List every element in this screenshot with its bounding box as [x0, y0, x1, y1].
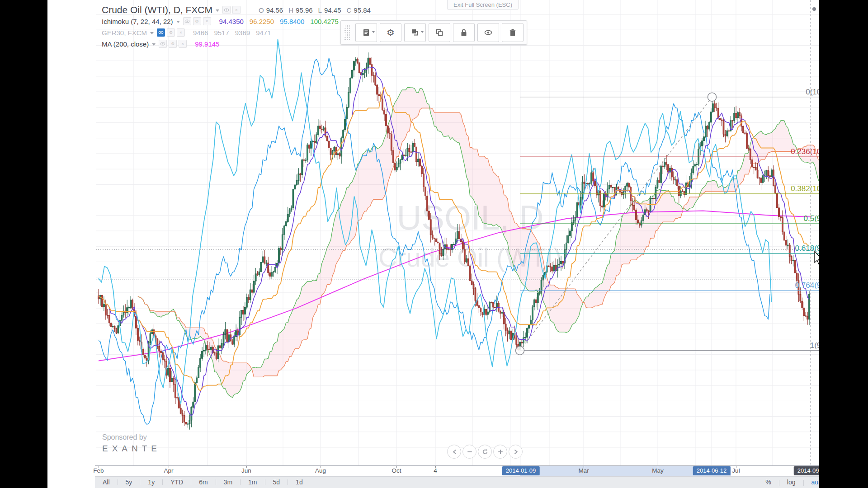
template-button[interactable]: [355, 23, 377, 42]
right-letterbox: [819, 0, 868, 488]
indicator-value: 9517: [214, 29, 229, 37]
eye-icon[interactable]: [159, 40, 167, 48]
symbol-title[interactable]: Crude Oil (WTI), D, FXCM: [102, 5, 212, 15]
ohlc-key: O: [259, 6, 264, 14]
indicator-value: 95.8400: [280, 18, 304, 25]
indicator-name[interactable]: MA (200, close): [102, 40, 149, 48]
ohlc-key: H: [288, 6, 293, 14]
close-icon[interactable]: ×: [177, 28, 185, 37]
scroll-right-button[interactable]: [509, 445, 523, 459]
drawing-toolbar: ⚙: [340, 20, 527, 45]
indicator-value: 9471: [256, 29, 271, 37]
time-tick-label: Jun: [241, 467, 251, 474]
range-button-1m[interactable]: 1m: [241, 477, 264, 488]
ohlc-value: 94.45: [324, 6, 341, 14]
indicator-legend-row: MA (200, close)⚙×99.9145: [102, 38, 371, 49]
time-tick-label: Mar: [578, 467, 589, 474]
time-tick-label: Jul: [732, 467, 740, 474]
hide-button[interactable]: [477, 23, 499, 42]
chevron-down-icon[interactable]: [150, 32, 154, 34]
lock-button[interactable]: [453, 23, 475, 42]
zoom-out-icon: [466, 448, 473, 455]
close-icon[interactable]: ×: [179, 40, 187, 48]
chevron-down-icon[interactable]: [176, 21, 180, 23]
chart-plot[interactable]: USOIL, DCrude Oil (WTI)0(107.66)0.236(10…: [47, 0, 868, 488]
indicator-value: 99.9145: [195, 40, 219, 48]
time-tick-label: Apr: [164, 467, 173, 474]
range-button-ytd[interactable]: YTD: [163, 477, 191, 488]
chevron-down-icon: [372, 31, 375, 33]
eye-icon[interactable]: [183, 17, 191, 25]
range-button-1y[interactable]: 1y: [140, 477, 162, 488]
indicator-value: 96.2250: [250, 18, 274, 25]
lock-icon: [459, 28, 468, 37]
reset-icon: [481, 448, 489, 455]
status-dot-icon: [812, 7, 816, 11]
scroll-left-button[interactable]: [447, 445, 461, 459]
ohlc-value: 95.84: [354, 6, 371, 14]
exit-fullscreen-tooltip: Exit Full Screen (ESC): [447, 0, 519, 10]
bring-forward-button[interactable]: [404, 23, 426, 42]
range-button-5y[interactable]: 5y: [118, 477, 140, 488]
scroll-right-icon: [512, 448, 519, 455]
indicator-value: 9466: [193, 29, 208, 37]
clone-button[interactable]: [429, 23, 450, 42]
range-button-6m[interactable]: 6m: [191, 477, 215, 488]
eye-icon[interactable]: [222, 6, 231, 14]
indicator-value: 100.4275: [310, 18, 339, 25]
range-button-3m[interactable]: 3m: [216, 477, 240, 488]
close-icon[interactable]: ×: [232, 6, 241, 14]
time-tick-label: 4: [434, 467, 437, 474]
bring-forward-icon: [410, 28, 420, 37]
eye-icon[interactable]: [157, 28, 165, 37]
indicator-value: 9369: [235, 29, 250, 37]
scroll-left-icon: [451, 448, 458, 455]
ohlc-key: C: [347, 6, 352, 14]
sponsor-label: Sponsored by: [102, 433, 161, 441]
zoom-out-button[interactable]: [462, 445, 476, 459]
time-axis[interactable]: FebAprJunAugOct4MarMayJul2014-01-092014-…: [95, 465, 867, 476]
time-tick-label: May: [652, 467, 664, 474]
range-button-all[interactable]: All: [95, 477, 118, 488]
indicator-value: 94.4350: [219, 18, 244, 25]
chart-nav-buttons: [447, 445, 524, 459]
settings-button[interactable]: ⚙: [380, 23, 401, 42]
bottom-toolbar: All5y1yYTD6m3m1m5d1d %logauto⚙: [95, 476, 867, 488]
close-icon[interactable]: ×: [203, 17, 211, 25]
chevron-down-icon[interactable]: [216, 9, 219, 12]
indicator-name[interactable]: Ichimoku (7, 22, 44, 22): [102, 18, 173, 25]
gear-icon[interactable]: ⚙: [167, 28, 175, 37]
range-button-5d[interactable]: 5d: [265, 477, 288, 488]
indicator-legend-row: Ichimoku (7, 22, 44, 22)⚙×94.435096.2250…: [102, 16, 371, 27]
delete-button[interactable]: [502, 23, 524, 42]
gear-icon[interactable]: ⚙: [193, 17, 201, 25]
time-tick-label: Oct: [392, 467, 401, 474]
zoom-in-button[interactable]: [493, 445, 507, 459]
symbol-legend-row[interactable]: Crude Oil (WTI), D, FXCM × O94.56H95.96L…: [102, 5, 371, 15]
drag-handle[interactable]: [344, 25, 350, 40]
ohlc-key: L: [318, 6, 322, 14]
time-tick-label: Feb: [93, 467, 104, 474]
indicator-values: 94.435096.225095.8400100.4275: [219, 18, 344, 25]
clone-icon: [435, 28, 444, 37]
delete-icon: [508, 28, 517, 37]
date-label-badge: 2014-06-12: [693, 466, 731, 475]
sponsor-brand[interactable]: EXANTE: [102, 444, 161, 454]
range-button-group: All5y1yYTD6m3m1m5d1d: [95, 477, 311, 488]
indicator-name[interactable]: GER30, FXCM: [102, 29, 147, 37]
percent-scale-button[interactable]: %: [758, 477, 778, 488]
ohlc-value: 95.96: [296, 6, 313, 14]
chevron-down-icon: [421, 31, 424, 33]
legend: Crude Oil (WTI), D, FXCM × O94.56H95.96L…: [102, 5, 371, 50]
gear-icon: ⚙: [387, 27, 395, 38]
range-button-1d[interactable]: 1d: [288, 477, 311, 488]
gear-icon[interactable]: ⚙: [169, 40, 177, 48]
sponsor-block: Sponsored by EXANTE: [102, 433, 161, 454]
hide-icon: [484, 28, 493, 37]
date-label-badge: 2014-01-09: [502, 466, 540, 475]
indicator-legend-row: GER30, FXCM⚙×9466951793699471: [102, 27, 371, 38]
reset-button[interactable]: [478, 445, 492, 459]
log-scale-button[interactable]: log: [779, 477, 803, 488]
zoom-in-icon: [497, 448, 504, 455]
chevron-down-icon[interactable]: [152, 43, 156, 46]
